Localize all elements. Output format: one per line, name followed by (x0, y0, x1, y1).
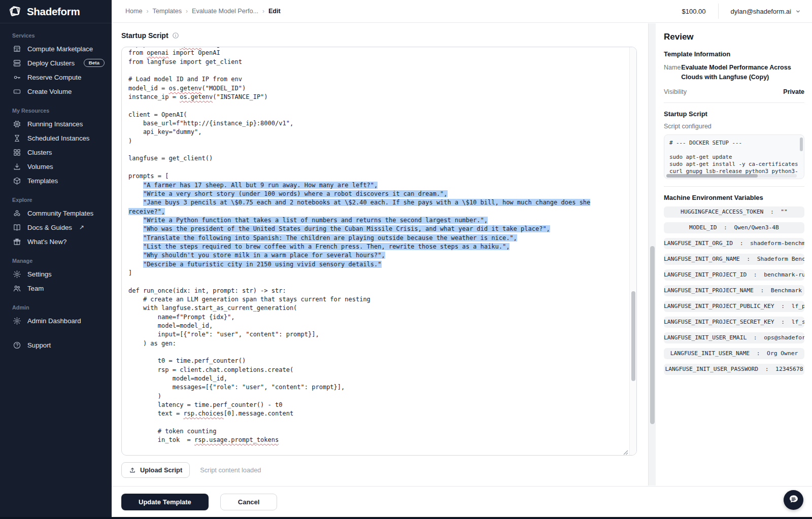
shadeform-logo-icon (7, 4, 22, 19)
code-line: ) (128, 392, 626, 401)
footer-bar: Update Template Cancel (112, 486, 812, 517)
sidebar-item-what-s-new[interactable]: What's New? (0, 234, 112, 249)
sidebar-item-docs-guides[interactable]: Docs & Guides↗ (0, 220, 112, 234)
name-label: Name (664, 63, 681, 82)
gift-icon (12, 237, 21, 246)
sidebar-item-templates[interactable]: Templates (0, 174, 112, 188)
community-icon (12, 209, 21, 218)
preview-vertical-scrollbar[interactable] (800, 137, 803, 151)
visibility-row: Visibility Private (664, 88, 804, 95)
code-line: "List the steps required to brew coffee … (128, 243, 626, 251)
preview-horizontal-scrollbar[interactable] (666, 174, 797, 178)
script-preview-code: # --- DOCKER SETUP --- sudo apt-get upda… (664, 135, 804, 178)
update-template-button[interactable]: Update Template (121, 494, 209, 510)
breadcrumb-separator: › (147, 8, 149, 15)
code-line: "Why shouldn't you store milk in a warm … (128, 251, 626, 260)
sidebar-item-create-volume[interactable]: Create Volume (0, 84, 112, 98)
env-var-langfuse-init-user-name: LANGFUSE_INIT_USER_NAME : Org Owner (664, 348, 804, 359)
startup-script-heading: Startup Script (664, 110, 804, 118)
breadcrumb-home[interactable]: Home (125, 8, 143, 15)
env-var-model-id: MODEL_ID : Qwen/Qwen3-4B (664, 222, 804, 233)
code-line: prompts = [ (128, 172, 626, 181)
code-line (128, 146, 626, 154)
code-line: api_key="dummy", (128, 128, 626, 136)
editor-code-area: # pip install openai langfusefrom openai… (122, 47, 629, 455)
hourglass-icon (12, 133, 21, 143)
sidebar-item-reserve-compute[interactable]: Reserve Compute (0, 70, 112, 84)
code-line (128, 163, 626, 172)
visibility-label: Visibility (664, 88, 687, 95)
sidebar-item-scheduled-instances[interactable]: Scheduled Instances (0, 131, 112, 145)
code-line: "Write a very short story (under 100 wor… (128, 190, 626, 198)
code-line: ) (128, 137, 626, 146)
env-var-langfuse-init-project-name: LANGFUSE_INIT_PROJECT_NAME : Benchmark R… (664, 285, 804, 296)
code-line: # Load model ID and IP from env (128, 75, 626, 84)
code-line (128, 101, 626, 110)
code-line: name=f"Prompt {idx}", (128, 313, 626, 322)
code-line: # token counting (128, 427, 626, 436)
resize-handle-icon[interactable] (623, 448, 628, 454)
env-var-langfuse-init-org-id: LANGFUSE_INIT_ORG_ID : shadeform-benchma… (664, 238, 804, 249)
breadcrumb: Home›Templates›Evaluate Model Perfo...›E… (125, 8, 281, 15)
sidebar-item-compute-marketplace[interactable]: Compute Marketplace (0, 42, 112, 56)
sidebar-item-deploy-clusters[interactable]: Deploy ClustersBeta (0, 56, 112, 70)
sidebar-item-label: Reserve Compute (27, 74, 81, 81)
code-line: ] (128, 269, 626, 278)
code-line (128, 278, 626, 286)
upload-row: Upload Script Script content loaded (121, 462, 261, 478)
upload-script-button[interactable]: Upload Script (121, 462, 190, 478)
logo[interactable]: Shadeform (0, 0, 112, 23)
upload-button-label: Upload Script (140, 466, 182, 474)
sidebar-item-label: Clusters (27, 149, 52, 156)
divider (664, 102, 804, 103)
sidebar-nav: ServicesCompute MarketplaceDeploy Cluste… (0, 32, 112, 352)
sidebar-item-running-instances[interactable]: Running Instances (0, 117, 112, 131)
info-icon[interactable] (172, 32, 179, 39)
account-menu[interactable]: dylan@shadeform.ai (731, 8, 801, 15)
startup-script-editor[interactable]: # pip install openai langfusefrom openai… (121, 47, 637, 456)
sidebar-item-community-templates[interactable]: Community Templates (0, 206, 112, 220)
sidebar-item-label: What's New? (27, 238, 66, 246)
editor-scrollbar-thumb[interactable] (631, 291, 635, 381)
sidebar-item-team[interactable]: Team (0, 281, 112, 295)
breadcrumb-templates[interactable]: Templates (153, 8, 182, 15)
sidebar-item-label: Deploy Clusters (27, 59, 75, 67)
code-line: input=[{"role": "user", "content": promp… (128, 330, 626, 339)
sidebar-item-label: Community Templates (27, 210, 93, 217)
visibility-value: Private (783, 88, 804, 95)
env-var-langfuse-init-org-name: LANGFUSE_INIT_ORG_NAME : Shadeform Bench… (664, 254, 804, 265)
page-title: Startup Script (121, 31, 168, 40)
sidebar-item-clusters[interactable]: Clusters (0, 145, 112, 159)
code-line (128, 419, 626, 427)
sidebar-item-settings[interactable]: Settings (0, 267, 112, 281)
cpu-icon (12, 119, 21, 128)
editor-code-lines: # pip install openai langfusefrom openai… (122, 47, 629, 451)
code-line: langfuse = get_client() (128, 154, 626, 163)
account-balance[interactable]: $100.00 (682, 8, 706, 15)
breadcrumb-evaluate-model-perfo[interactable]: Evaluate Model Perfo... (192, 8, 258, 15)
sidebar-item-label: Team (27, 285, 44, 292)
script-preview[interactable]: # --- DOCKER SETUP --- sudo apt-get upda… (664, 134, 804, 179)
topbar: Home›Templates›Evaluate Model Perfo...›E… (112, 0, 812, 23)
sidebar-item-label: Scheduled Instances (27, 134, 89, 142)
people-icon (12, 284, 21, 293)
code-line: text = rsp.choices[0].message.content (128, 409, 626, 418)
page-scrollbar[interactable] (648, 23, 656, 486)
sidebar-item-support[interactable]: Support (0, 338, 112, 352)
topbar-right: $100.00 dylan@shadeform.ai (682, 4, 801, 19)
sidebar-item-label: Compute Marketplace (27, 45, 93, 53)
preview-horizontal-thumb[interactable] (666, 174, 758, 178)
nav-section-label: Explore (0, 197, 112, 203)
divider (664, 186, 804, 187)
page-scrollbar-thumb[interactable] (650, 246, 655, 424)
upload-status: Script content loaded (200, 466, 261, 474)
sidebar-item-volumes[interactable]: Volumes (0, 159, 112, 174)
chat-widget-button[interactable] (784, 490, 803, 510)
code-line: "Write a Python function that takes a li… (128, 216, 626, 225)
editor-scrollbar[interactable] (629, 47, 636, 455)
env-var-langfuse-init-user-password: LANGFUSE_INIT_USER_PASSWORD : 12345678 (664, 364, 804, 375)
cancel-button[interactable]: Cancel (220, 494, 278, 510)
sidebar-item-admin-dashboard[interactable]: Admin Dashboard (0, 314, 112, 328)
beta-badge: Beta (84, 59, 105, 67)
code-line: t0 = time.perf_counter() (128, 357, 626, 365)
